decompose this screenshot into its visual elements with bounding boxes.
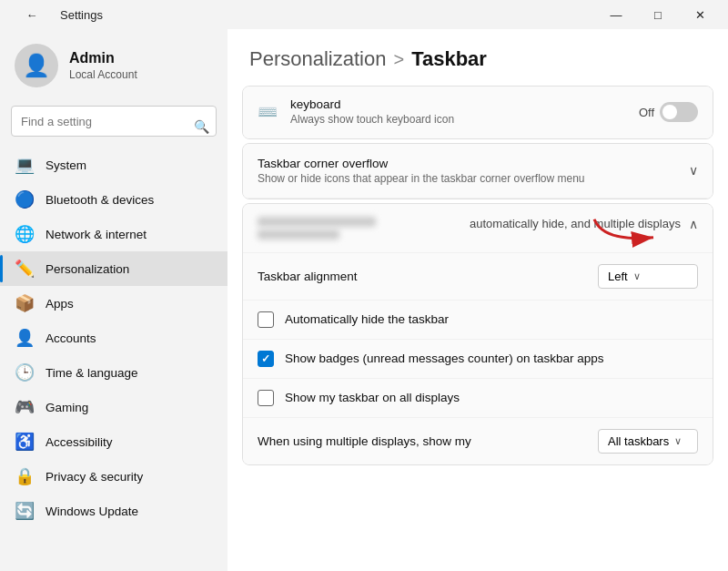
overflow-title: Taskbar corner overflow [258,157,689,170]
search-input[interactable] [11,106,217,137]
accessibility-icon: ♿ [15,432,35,452]
blurred-text [258,217,470,240]
arrow-svg [585,210,667,250]
blur-line-1 [258,217,376,227]
privacy-icon: 🔒 [15,466,35,486]
multiple-displays-chevron-icon: ∨ [674,435,682,447]
keyboard-text: keyboard Always show touch keyboard icon [290,97,628,127]
blur-line-2 [258,229,339,240]
app-body: 👤 Admin Local Account 🔍 💻 System 🔵 Bluet… [0,29,728,571]
sidebar-item-label: Accessibility [46,435,113,449]
keyboard-card: ⌨️ keyboard Always show touch keyboard i… [242,86,713,139]
show-all-displays-label: Show my taskbar on all displays [285,391,460,404]
show-all-displays-row[interactable]: Show my taskbar on all displays [243,379,713,418]
arrow-indicator [585,210,667,254]
show-badges-checkbox[interactable] [258,351,274,367]
system-icon: 💻 [15,155,35,175]
behaviors-card: automatically hide, and multiple display… [242,203,713,465]
sidebar-item-label: Privacy & security [46,470,143,484]
user-subtitle: Local Account [69,68,137,81]
back-icon: ← [26,8,38,22]
sidebar-item-label: Network & internet [46,228,147,241]
auto-hide-row[interactable]: Automatically hide the taskbar [243,301,713,340]
auto-hide-checkbox[interactable] [258,311,274,328]
overflow-card: Taskbar corner overflow Show or hide ico… [242,143,713,199]
sidebar-item-label: Windows Update [46,505,138,518]
time-icon: 🕒 [15,362,35,382]
toggle-off-label: Off [639,106,654,119]
breadcrumb-current: Taskbar [411,47,487,71]
multiple-displays-dropdown[interactable]: All taskbars ∨ [598,429,698,454]
app-title: Settings [60,8,103,22]
overflow-row[interactable]: Taskbar corner overflow Show or hide ico… [243,144,713,199]
sidebar-item-apps[interactable]: 📦 Apps [0,286,228,321]
sidebar-item-label: Gaming [46,401,88,414]
alignment-row[interactable]: Taskbar alignment Left ∨ [243,253,713,301]
sidebar-item-accessibility[interactable]: ♿ Accessibility [0,424,228,459]
search-icon: 🔍 [194,119,209,134]
sidebar-item-gaming[interactable]: 🎮 Gaming [0,390,228,424]
sidebar-item-label: Bluetooth & devices [46,193,154,207]
minimize-icon: — [611,8,622,22]
sidebar-item-personalization[interactable]: ✏️ Personalization [0,251,228,286]
title-bar: ← Settings — □ ✕ [0,0,728,29]
keyboard-subtitle: Always show touch keyboard icon [290,113,628,127]
behaviors-left [258,217,470,240]
multiple-displays-label: When using multiple displays, show my [258,434,471,448]
apps-icon: 📦 [15,293,35,313]
alignment-value: Left [608,270,628,283]
sidebar: 👤 Admin Local Account 🔍 💻 System 🔵 Bluet… [0,29,228,571]
sidebar-item-label: Personalization [46,262,129,276]
back-button[interactable]: ← [11,0,53,29]
minimize-button[interactable]: — [595,0,637,29]
sidebar-item-system[interactable]: 💻 System [0,148,228,182]
maximize-icon: □ [654,8,662,22]
breadcrumb: Personalization > Taskbar [228,29,728,86]
dropdown-chevron-icon: ∨ [633,270,641,282]
overflow-chevron-down-icon[interactable]: ∨ [689,163,698,178]
show-badges-label: Show badges (unread messages counter) on… [285,352,603,365]
breadcrumb-parent: Personalization [249,47,386,71]
gaming-icon: 🎮 [15,397,35,417]
show-badges-row[interactable]: Show badges (unread messages counter) on… [243,340,713,379]
user-info: Admin Local Account [69,50,137,81]
content-area: Personalization > Taskbar ⌨️ keyboard Al… [228,29,728,571]
sidebar-item-label: Accounts [46,331,96,345]
personalization-icon: ✏️ [15,259,35,279]
breadcrumb-separator: > [393,49,404,70]
sidebar-item-windows-update[interactable]: 🔄 Windows Update [0,494,228,528]
show-all-displays-checkbox[interactable] [258,390,274,406]
behaviors-chevron-up-icon[interactable]: ∧ [689,217,698,231]
sidebar-item-label: Apps [46,297,74,311]
multiple-displays-row[interactable]: When using multiple displays, show my Al… [243,418,713,464]
windows-update-icon: 🔄 [15,501,35,521]
avatar: 👤 [15,44,58,87]
title-bar-left: ← Settings [11,0,103,29]
overflow-text: Taskbar corner overflow Show or hide ico… [258,157,689,185]
avatar-icon: 👤 [23,53,50,78]
sidebar-item-network[interactable]: 🌐 Network & internet [0,217,228,251]
multiple-displays-text: When using multiple displays, show my [258,433,598,449]
close-icon: ✕ [695,8,705,22]
multiple-displays-value: All taskbars [608,434,669,448]
maximize-button[interactable]: □ [637,0,679,29]
search-container: 🔍 [0,106,228,148]
sidebar-item-accounts[interactable]: 👤 Accounts [0,321,228,355]
sidebar-item-privacy[interactable]: 🔒 Privacy & security [0,459,228,494]
behaviors-row[interactable]: automatically hide, and multiple display… [243,204,713,253]
keyboard-row[interactable]: ⌨️ keyboard Always show touch keyboard i… [243,87,713,138]
keyboard-control: Off [639,102,698,122]
close-button[interactable]: ✕ [679,0,721,29]
sidebar-item-bluetooth[interactable]: 🔵 Bluetooth & devices [0,182,228,217]
user-profile[interactable]: 👤 Admin Local Account [0,29,228,106]
sidebar-item-time[interactable]: 🕒 Time & language [0,355,228,390]
alignment-label: Taskbar alignment [258,270,598,283]
bluetooth-icon: 🔵 [15,189,35,209]
network-icon: 🌐 [15,224,35,244]
settings-content: ⌨️ keyboard Always show touch keyboard i… [228,86,728,571]
alignment-dropdown[interactable]: Left ∨ [598,264,698,289]
keyboard-toggle[interactable] [660,102,698,122]
sidebar-item-label: System [46,158,86,172]
accounts-icon: 👤 [15,328,35,348]
sidebar-item-label: Time & language [46,366,138,380]
